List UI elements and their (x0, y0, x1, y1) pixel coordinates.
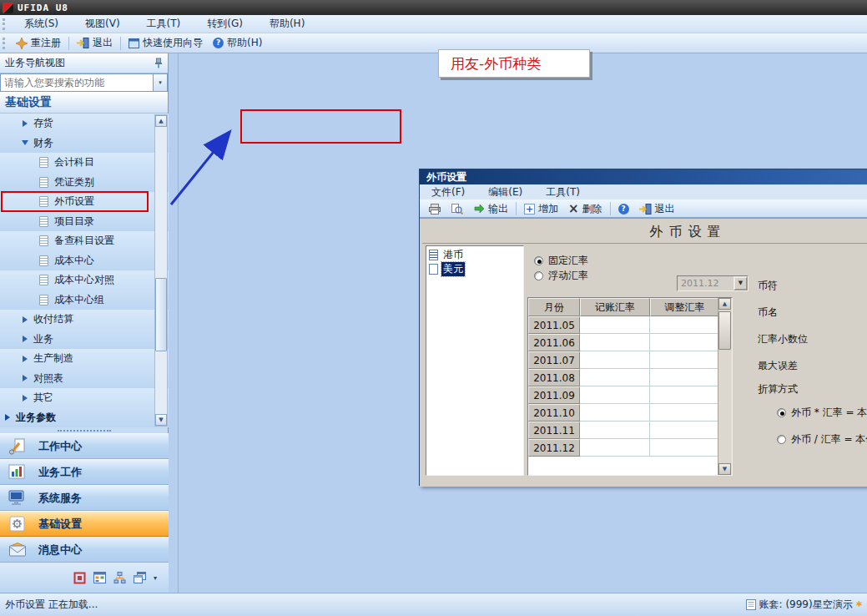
col-month: 月份 (528, 298, 580, 316)
quick-wizard-button[interactable]: 快速使用向导 (123, 34, 208, 52)
sidebar-item-inventory[interactable]: 存货 (0, 114, 169, 134)
conversion-method-label: 折算方式 (758, 382, 798, 396)
app-title: UFIDA U8 (18, 3, 68, 13)
sidebar-item-accounting-subjects[interactable]: 会计科目 (0, 153, 169, 173)
dialog-exit-button[interactable]: 退出 (634, 200, 680, 218)
bar-chart-icon (8, 464, 27, 481)
rate-cell[interactable] (580, 439, 650, 457)
sidebar-search: ▾ (0, 73, 168, 92)
sidebar-item-payment-settlement[interactable]: 收付结算 (0, 310, 169, 330)
exit-label: 退出 (93, 36, 113, 50)
sparkle-icon: * (856, 598, 862, 612)
sidebar-splitter[interactable] (0, 427, 169, 433)
rate-cell[interactable] (650, 369, 719, 386)
max-error-label: 最大误差 (758, 359, 798, 373)
nav-message-center[interactable]: 消息中心 (0, 537, 169, 563)
hierarchy-view-icon[interactable] (113, 572, 126, 583)
menu-tools[interactable]: 工具(T) (134, 15, 194, 33)
rate-cell[interactable] (650, 351, 719, 369)
scroll-thumb[interactable] (155, 278, 167, 351)
sidebar-item-project-catalog[interactable]: 项目目录 (0, 212, 169, 232)
rate-cell[interactable] (580, 316, 650, 334)
nav-system-service[interactable]: 系统服务 (0, 485, 169, 511)
delete-button[interactable]: × 删除 (563, 200, 607, 218)
dialog-menu-edit[interactable]: 编辑(E) (476, 184, 534, 200)
help-button[interactable]: ? 帮助(H) (208, 34, 267, 52)
sidebar-item-cost-center-compare[interactable]: 成本中心对照 (0, 270, 169, 290)
rate-cell[interactable] (580, 386, 650, 404)
wizard-window-icon (129, 38, 139, 48)
rate-cell[interactable] (650, 316, 719, 334)
sidebar-item-other[interactable]: 其它 (0, 388, 169, 408)
currency-item-usd[interactable]: 美元 (428, 262, 522, 276)
separator (120, 37, 121, 50)
sidebar-item-reference-subjects[interactable]: 备查科目设置 (0, 231, 169, 251)
dialog-menu-tools[interactable]: 工具(T) (534, 184, 592, 200)
rate-cell[interactable] (580, 369, 650, 386)
scroll-down-button[interactable]: ▼ (718, 463, 731, 475)
navigation-sidebar: 业务导航视图 ▾ 基础设置 存货 财务 会计科目 凭证类别 外币设置 项目目录 … (0, 53, 169, 593)
rate-cell[interactable] (580, 351, 650, 369)
table-scrollbar[interactable]: ▲ ▼ (718, 298, 732, 475)
print-button[interactable] (424, 202, 446, 216)
scroll-thumb[interactable] (718, 311, 731, 350)
sidebar-item-comparison-table[interactable]: 对照表 (0, 369, 169, 389)
scroll-up-button[interactable]: ▲ (718, 298, 731, 310)
rate-cell[interactable] (580, 334, 650, 351)
sidebar-item-business[interactable]: 业务 (0, 330, 169, 350)
sidebar-item-foreign-currency[interactable]: 外币设置 (0, 192, 169, 212)
pin-icon[interactable] (154, 58, 163, 68)
scroll-up-button[interactable]: ▲ (155, 115, 167, 127)
foreign-currency-dialog: 外币设置 × 文件(F) 编辑(E) 工具(T) 输出 (419, 169, 867, 486)
rate-cell[interactable] (650, 404, 719, 422)
search-input[interactable] (0, 73, 154, 92)
menu-view[interactable]: 视图(V) (72, 15, 134, 33)
more-views-button[interactable]: ▾ (154, 574, 157, 582)
tree-scrollbar[interactable]: ▲ ▼ (154, 114, 168, 427)
menu-system[interactable]: 系统(S) (11, 15, 72, 33)
search-dropdown-button[interactable]: ▾ (154, 73, 168, 92)
rate-cell[interactable] (650, 439, 719, 457)
scroll-down-button[interactable]: ▼ (155, 414, 167, 426)
rate-decimals-label: 汇率小数位 (758, 332, 808, 346)
fixed-rate-radio[interactable]: 固定汇率 (534, 254, 588, 268)
sidebar-section-title: 基础设置 (0, 92, 168, 114)
sidebar-item-finance[interactable]: 财务 (0, 134, 169, 154)
exit-door-icon (77, 38, 89, 48)
menu-help[interactable]: 帮助(H) (256, 15, 318, 33)
col-booking-rate: 记账汇率 (580, 298, 650, 316)
period-dropdown[interactable]: 2011.12 ▼ (677, 275, 749, 291)
rate-cell[interactable] (650, 422, 719, 439)
reregister-button[interactable]: 重注册 (11, 34, 66, 52)
print-preview-button[interactable] (446, 202, 468, 216)
rate-cell[interactable] (580, 404, 650, 422)
sidebar-item-business-params[interactable]: 业务参数 (0, 408, 169, 428)
export-button[interactable]: 输出 (468, 200, 513, 218)
currency-item-hkd[interactable]: 港币 (428, 248, 522, 262)
conversion-divide-radio[interactable]: 外币 / 汇率 = 本位币 (777, 432, 867, 447)
sidebar-item-cost-center[interactable]: 成本中心 (0, 251, 169, 271)
nav-basic-setup[interactable]: 基础设置 (0, 511, 169, 537)
rate-cell[interactable] (650, 334, 719, 351)
sidebar-item-voucher-types[interactable]: 凭证类别 (0, 173, 169, 193)
conversion-multiply-radio[interactable]: 外币 * 汇率 = 本位币 (777, 406, 867, 420)
delete-icon: × (568, 204, 579, 215)
floating-rate-radio[interactable]: 浮动汇率 (534, 269, 588, 283)
menu-goto[interactable]: 转到(G) (194, 15, 256, 33)
exit-button[interactable]: 退出 (72, 34, 118, 52)
rate-cell[interactable] (650, 386, 719, 404)
grid-view-icon[interactable] (93, 572, 106, 583)
add-icon: + (524, 204, 535, 215)
current-view-icon[interactable] (73, 572, 86, 584)
rate-cell[interactable] (580, 422, 650, 439)
dialog-help-button[interactable]: ? (613, 202, 634, 216)
nav-business-work[interactable]: 业务工作 (0, 459, 169, 485)
dialog-titlebar[interactable]: 外币设置 (420, 169, 867, 184)
nav-work-center[interactable]: 工作中心 (0, 433, 169, 459)
add-button[interactable]: + 增加 (519, 200, 563, 218)
cascade-view-icon[interactable] (134, 572, 146, 583)
sidebar-item-manufacturing[interactable]: 生产制造 (0, 349, 169, 369)
dialog-menu-file[interactable]: 文件(F) (420, 184, 476, 200)
sidebar-item-cost-center-group[interactable]: 成本中心组 (0, 290, 169, 311)
doc-icon (39, 235, 48, 246)
